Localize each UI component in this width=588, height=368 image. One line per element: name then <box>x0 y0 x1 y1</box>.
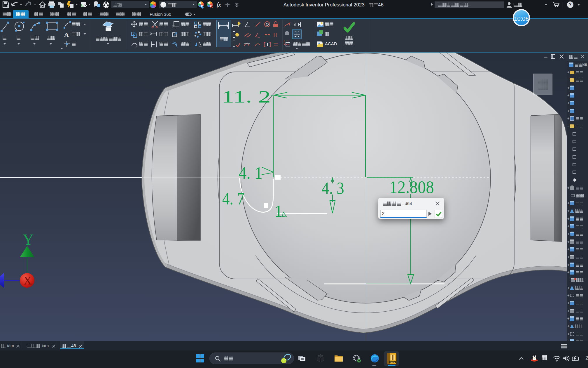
svg-text:4. 3: 4. 3 <box>322 178 344 198</box>
svg-text:PRO: PRO <box>390 361 395 364</box>
svg-text:X: X <box>23 274 32 287</box>
svg-text:x: x <box>294 23 295 26</box>
svg-text:1: 1 <box>274 202 283 220</box>
svg-text:4. 7: 4. 7 <box>222 189 244 208</box>
svg-text:fx: fx <box>217 1 221 8</box>
svg-text:12.808: 12.808 <box>389 177 434 197</box>
svg-text:Y: Y <box>23 231 34 248</box>
svg-text:11. 2: 11. 2 <box>222 87 271 106</box>
svg-text:4. 1: 4. 1 <box>239 163 262 183</box>
svg-text:A: A <box>64 31 69 38</box>
